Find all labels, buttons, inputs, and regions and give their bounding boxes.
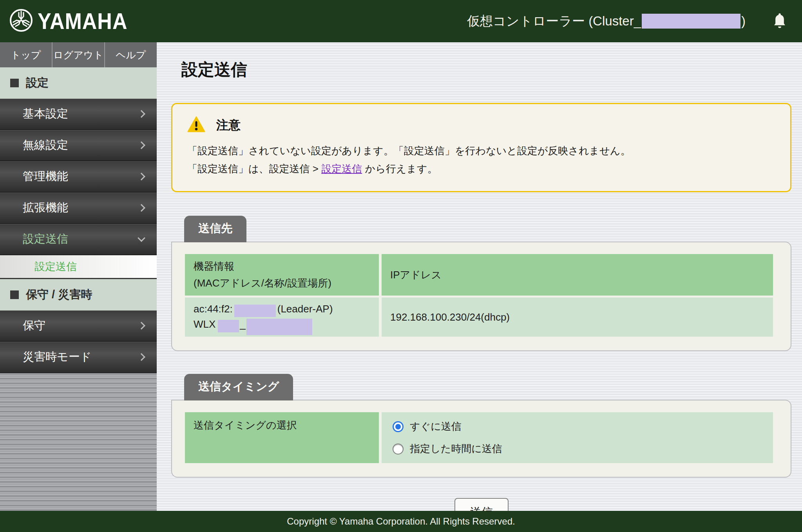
sidebar-item-management[interactable]: 管理機能 — [0, 161, 157, 193]
section-bullet-icon — [10, 79, 19, 87]
radio-send-scheduled-label: 指定した時間に送信 — [410, 442, 502, 456]
device-info-header-line1: 機器情報 — [194, 260, 370, 273]
menu-label: 保守 — [23, 318, 45, 334]
brand-name: YAMAHA — [38, 8, 127, 34]
sidebar-subitem-config-send-active[interactable]: 設定送信 — [0, 255, 157, 279]
device-name-prefix: WLX — [194, 318, 215, 330]
radio-send-now-label: すぐに送信 — [410, 420, 462, 433]
radio-selected-icon[interactable] — [393, 421, 404, 432]
yamaha-tuning-fork-icon — [9, 8, 34, 34]
device-info-header: 機器情報 (MACアドレス/名称/設置場所) — [185, 254, 379, 296]
warning-box: 注意 「設定送信」されていない設定があります。「設定送信」を行わないと設定が反映… — [171, 103, 791, 192]
controller-title: 仮想コントローラー (Cluster_) — [467, 13, 746, 30]
radio-send-now[interactable]: すぐに送信 — [393, 420, 764, 433]
ip-header-label: IPアドレス — [390, 268, 442, 282]
sidebar-section-settings: 設定 — [0, 67, 157, 99]
yamaha-logo: YAMAHA — [9, 8, 127, 34]
redacted-model — [218, 320, 239, 332]
redacted-cluster-name — [642, 14, 740, 29]
device-name-line: WLX_ — [194, 318, 370, 331]
sidebar-filler — [0, 373, 157, 511]
chevron-right-icon — [138, 353, 145, 361]
submit-button[interactable]: 送信 — [454, 498, 509, 511]
sidebar: トップ ログアウト ヘルプ 設定 基本設定 無線設定 管理機能 拡張機能 設定送… — [0, 42, 157, 511]
chevron-right-icon — [138, 173, 145, 180]
menu-label: 基本設定 — [23, 106, 68, 122]
page-title: 設定送信 — [181, 59, 791, 81]
sidebar-item-extended[interactable]: 拡張機能 — [0, 193, 157, 224]
destination-section-tab: 送信先 — [184, 216, 246, 242]
submenu-label: 設定送信 — [34, 260, 77, 274]
main-content: 設定送信 注意 「設定送信」されていない設定があります。「設定送信」を行わないと… — [157, 42, 802, 511]
device-info-header-line2: (MACアドレス/名称/設置場所) — [194, 276, 370, 290]
radio-unselected-icon[interactable] — [393, 444, 404, 454]
mac-prefix: ac:44:f2: — [194, 303, 233, 315]
chevron-right-icon — [138, 322, 145, 330]
timing-row-label: 送信タイミングの選択 — [185, 412, 379, 463]
timing-options-cell: すぐに送信 指定した時間に送信 — [382, 412, 773, 463]
chevron-down-icon — [138, 234, 145, 242]
warning-triangle-icon — [187, 116, 205, 135]
chevron-right-icon — [138, 141, 145, 149]
sidebar-tab-logout[interactable]: ログアウト — [53, 42, 105, 67]
device-name-separator: _ — [240, 318, 245, 330]
notification-bell-icon[interactable] — [771, 12, 788, 30]
controller-title-suffix: ) — [741, 14, 746, 29]
warning-line2-text: 「設定送信」は、設定送信 > — [187, 163, 321, 175]
ip-address-header: IPアドレス — [382, 254, 773, 296]
redacted-mac — [234, 305, 276, 317]
menu-label: 設定送信 — [23, 231, 68, 247]
section-title: 保守 / 災害時 — [26, 287, 92, 303]
warning-line1: 「設定送信」されていない設定があります。「設定送信」を行わないと設定が反映されま… — [187, 142, 775, 159]
sidebar-tab-top[interactable]: トップ — [0, 42, 53, 67]
timing-section-tab: 送信タイミング — [184, 374, 293, 400]
menu-label: 拡張機能 — [23, 200, 68, 216]
timing-panel: 送信タイミングの選択 すぐに送信 指定した時間に送信 — [171, 400, 791, 478]
ip-address-value: 192.168.100.230/24(dhcp) — [390, 311, 510, 323]
app-header: YAMAHA 仮想コントローラー (Cluster_) — [0, 0, 802, 42]
chevron-right-icon — [138, 110, 145, 118]
sidebar-tab-bar: トップ ログアウト ヘルプ — [0, 42, 157, 67]
sidebar-item-basic-settings[interactable]: 基本設定 — [0, 99, 157, 130]
chevron-right-icon — [138, 204, 145, 212]
sidebar-item-disaster-mode[interactable]: 災害時モード — [0, 342, 157, 373]
sidebar-tab-help[interactable]: ヘルプ — [105, 42, 157, 67]
page-footer: Copyright © Yamaha Corporation. All Righ… — [0, 511, 802, 532]
destination-panel: 機器情報 (MACアドレス/名称/設置場所) IPアドレス ac:44:f2:(… — [171, 242, 791, 351]
warning-line2: 「設定送信」は、設定送信 > 設定送信 から行えます。 — [187, 161, 775, 177]
device-info-cell: ac:44:f2:(Leader-AP) WLX_ — [185, 298, 379, 337]
radio-send-scheduled[interactable]: 指定した時間に送信 — [393, 442, 764, 456]
warning-line2-tail: から行えます。 — [362, 163, 437, 175]
section-bullet-icon — [10, 290, 19, 299]
copyright-text: Copyright © Yamaha Corporation. All Righ… — [287, 516, 515, 527]
section-title: 設定 — [26, 75, 49, 91]
sidebar-section-maintenance: 保守 / 災害時 — [0, 279, 157, 310]
menu-label: 管理機能 — [23, 169, 68, 184]
menu-label: 無線設定 — [23, 137, 68, 153]
leader-ap-label: (Leader-AP) — [277, 303, 333, 315]
device-mac-line: ac:44:f2:(Leader-AP) — [194, 303, 370, 315]
controller-title-prefix: 仮想コントローラー (Cluster_ — [467, 13, 641, 30]
redacted-device-name — [246, 319, 312, 335]
sidebar-item-wireless-settings[interactable]: 無線設定 — [0, 130, 157, 161]
sidebar-item-maintenance[interactable]: 保守 — [0, 310, 157, 342]
sidebar-item-config-send[interactable]: 設定送信 — [0, 224, 157, 255]
menu-label: 災害時モード — [23, 349, 91, 365]
config-send-link[interactable]: 設定送信 — [321, 163, 362, 175]
ip-address-cell: 192.168.100.230/24(dhcp) — [382, 298, 773, 337]
warning-title: 注意 — [216, 117, 241, 133]
